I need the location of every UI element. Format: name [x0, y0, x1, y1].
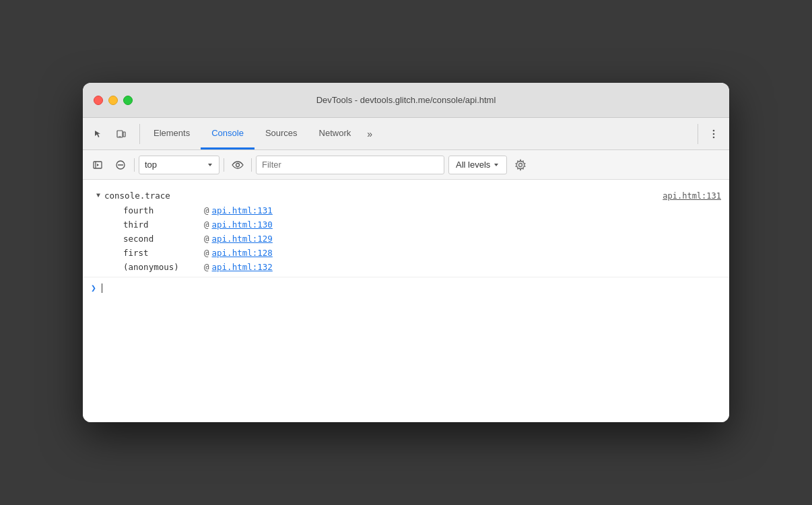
- trace-func-3: first: [123, 248, 204, 258]
- tab-elements[interactable]: Elements: [143, 118, 201, 149]
- trace-func-2: second: [123, 234, 204, 244]
- trace-func-4: (anonymous): [123, 262, 204, 272]
- trace-link-4[interactable]: api.html:132: [212, 262, 273, 272]
- trace-link-2[interactable]: api.html:129: [212, 234, 273, 244]
- svg-marker-8: [97, 164, 99, 166]
- maximize-button[interactable]: [123, 96, 133, 105]
- filter-input-wrapper[interactable]: [256, 156, 444, 174]
- svg-point-14: [519, 163, 522, 166]
- minimize-button[interactable]: [108, 96, 118, 105]
- console-cursor: [102, 283, 102, 293]
- trace-label: console.trace: [104, 191, 170, 201]
- tab-more-button[interactable]: »: [362, 118, 378, 149]
- trace-row-0: fourth @ api.html:131: [83, 203, 729, 217]
- svg-point-3: [713, 129, 715, 131]
- svg-rect-1: [123, 132, 125, 137]
- trace-row-1: third @ api.html:130: [83, 217, 729, 232]
- svg-marker-11: [208, 164, 212, 166]
- live-expressions-button[interactable]: [228, 156, 247, 174]
- log-levels-button[interactable]: All levels: [448, 156, 507, 174]
- main-tabs: Elements Console Sources Network »: [143, 118, 698, 149]
- trace-link-0[interactable]: api.html:131: [212, 205, 273, 215]
- tab-bar: Elements Console Sources Network »: [83, 118, 729, 150]
- expand-triangle-icon: ▼: [96, 192, 100, 199]
- traffic-lights: [94, 96, 133, 105]
- toolbar-divider-3: [251, 158, 252, 172]
- title-bar: DevTools - devtools.glitch.me/console/ap…: [83, 83, 729, 118]
- svg-point-5: [713, 136, 715, 138]
- tab-console[interactable]: Console: [201, 118, 255, 149]
- console-output: ▼ console.trace api.html:131 fourth @ ap…: [83, 180, 729, 422]
- more-options-button[interactable]: [704, 124, 724, 144]
- tab-sources[interactable]: Sources: [255, 118, 308, 149]
- trace-row-2: second @ api.html:129: [83, 232, 729, 246]
- inspect-element-button[interactable]: [88, 124, 108, 144]
- trace-row-3: first @ api.html:128: [83, 246, 729, 260]
- toolbar-divider-2: [224, 158, 224, 172]
- tab-network[interactable]: Network: [308, 118, 362, 149]
- trace-at-2: @: [204, 234, 209, 244]
- tab-bar-right-controls: [698, 124, 724, 144]
- trace-at-3: @: [204, 248, 209, 258]
- console-input-row: ❯: [83, 277, 729, 298]
- tab-bar-left-controls: [88, 124, 140, 144]
- toolbar-divider-1: [134, 158, 135, 172]
- devtools-window: DevTools - devtools.glitch.me/console/ap…: [83, 83, 729, 422]
- settings-button[interactable]: [511, 156, 530, 174]
- clear-console-button[interactable]: [111, 156, 130, 174]
- close-button[interactable]: [94, 96, 103, 105]
- console-prompt-icon: ❯: [91, 283, 96, 293]
- trace-link-1[interactable]: api.html:130: [212, 220, 273, 230]
- trace-link-3[interactable]: api.html:128: [212, 248, 273, 258]
- trace-header[interactable]: ▼ console.trace api.html:131: [83, 188, 729, 203]
- device-toolbar-button[interactable]: [111, 124, 131, 144]
- svg-point-12: [236, 163, 240, 166]
- console-toolbar: top All levels: [83, 150, 729, 180]
- context-selector[interactable]: top: [139, 156, 219, 174]
- window-title: DevTools - devtools.glitch.me/console/ap…: [316, 95, 496, 105]
- trace-row-4: (anonymous) @ api.html:132: [83, 260, 729, 274]
- trace-func-1: third: [123, 220, 204, 230]
- svg-marker-13: [494, 164, 498, 166]
- trace-at-4: @: [204, 262, 209, 272]
- filter-input[interactable]: [262, 160, 438, 170]
- trace-func-0: fourth: [123, 205, 204, 215]
- trace-at-0: @: [204, 205, 209, 215]
- sidebar-toggle-button[interactable]: [88, 156, 107, 174]
- trace-at-1: @: [204, 220, 209, 230]
- trace-header-location[interactable]: api.html:131: [663, 191, 721, 201]
- svg-point-4: [713, 133, 715, 135]
- trace-group: ▼ console.trace api.html:131 fourth @ ap…: [83, 185, 729, 277]
- trace-header-left: ▼ console.trace: [96, 191, 170, 201]
